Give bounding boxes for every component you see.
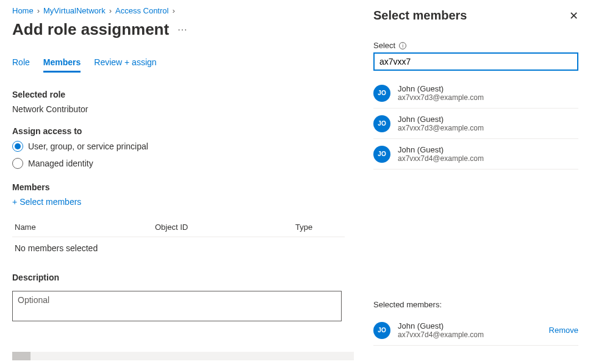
search-input[interactable] (373, 52, 578, 71)
breadcrumb: Home › MyVirtualNetwork › Access Control… (12, 6, 345, 15)
remove-link[interactable]: Remove (549, 326, 578, 335)
result-name: John (Guest) (398, 84, 484, 93)
close-icon[interactable]: ✕ (569, 9, 578, 23)
radio-label: User, group, or service principal (28, 141, 148, 151)
radio-user-group-principal[interactable]: User, group, or service principal (12, 141, 345, 152)
description-input[interactable] (12, 291, 342, 321)
tab-role[interactable]: Role (12, 57, 30, 73)
chevron-right-icon: › (37, 6, 40, 15)
info-icon[interactable]: i (399, 42, 406, 49)
selected-member-item: JO John (Guest) ax7vxx7d4@example.com Re… (373, 315, 578, 346)
result-name: John (Guest) (398, 145, 484, 154)
selected-name: John (Guest) (398, 321, 484, 330)
radio-icon (12, 141, 23, 152)
tab-review-assign[interactable]: Review + assign (94, 57, 156, 73)
radio-label: Managed identity (28, 159, 93, 168)
description-label: Description (12, 273, 345, 282)
radio-icon (12, 158, 23, 169)
select-members-link[interactable]: + Select members (12, 197, 345, 207)
members-label: Members (12, 182, 345, 192)
result-name: John (Guest) (398, 115, 484, 124)
more-icon[interactable]: ··· (178, 24, 187, 35)
result-list: JO John (Guest) ax7vxx7d3@example.com JO… (373, 78, 578, 170)
selected-role-label: Selected role (12, 90, 345, 99)
selected-role-value: Network Contributor (12, 104, 345, 114)
select-members-panel: Select members ✕ Select i JO John (Guest… (358, 0, 593, 364)
assign-access-label: Assign access to (12, 126, 345, 136)
page-title: Add role assignment (12, 20, 169, 39)
members-table-empty: No members selected (12, 237, 345, 259)
horizontal-scrollbar[interactable] (12, 352, 354, 360)
breadcrumb-vnet[interactable]: MyVirtualNetwork (43, 6, 106, 15)
breadcrumb-access-control[interactable]: Access Control (115, 6, 168, 15)
search-label: Select (373, 41, 395, 50)
members-table-header: Name Object ID Type (12, 218, 345, 237)
tab-members[interactable]: Members (43, 57, 81, 73)
result-email: ax7vxx7d4@example.com (398, 154, 484, 163)
avatar: JO (373, 322, 390, 339)
avatar: JO (373, 146, 390, 163)
col-type: Type (295, 223, 312, 232)
tabs: Role Members Review + assign (12, 57, 345, 73)
chevron-right-icon: › (109, 6, 112, 15)
result-item[interactable]: JO John (Guest) ax7vxx7d4@example.com (373, 139, 578, 170)
result-email: ax7vxx7d3@example.com (398, 124, 484, 132)
col-name: Name (15, 223, 155, 232)
plus-icon: + (12, 197, 17, 207)
panel-title: Select members (373, 9, 467, 23)
selected-members-label: Selected members: (373, 300, 578, 309)
breadcrumb-home[interactable]: Home (12, 6, 34, 15)
scrollbar-thumb[interactable] (12, 352, 31, 360)
col-object-id: Object ID (155, 223, 295, 232)
avatar: JO (373, 85, 390, 102)
result-item[interactable]: JO John (Guest) ax7vxx7d3@example.com (373, 78, 578, 109)
selected-email: ax7vxx7d4@example.com (398, 330, 484, 339)
radio-managed-identity[interactable]: Managed identity (12, 158, 345, 169)
chevron-right-icon: › (172, 6, 174, 15)
result-email: ax7vxx7d3@example.com (398, 93, 484, 102)
result-item[interactable]: JO John (Guest) ax7vxx7d3@example.com (373, 109, 578, 139)
select-members-text: Select members (20, 197, 81, 207)
avatar: JO (373, 115, 390, 132)
